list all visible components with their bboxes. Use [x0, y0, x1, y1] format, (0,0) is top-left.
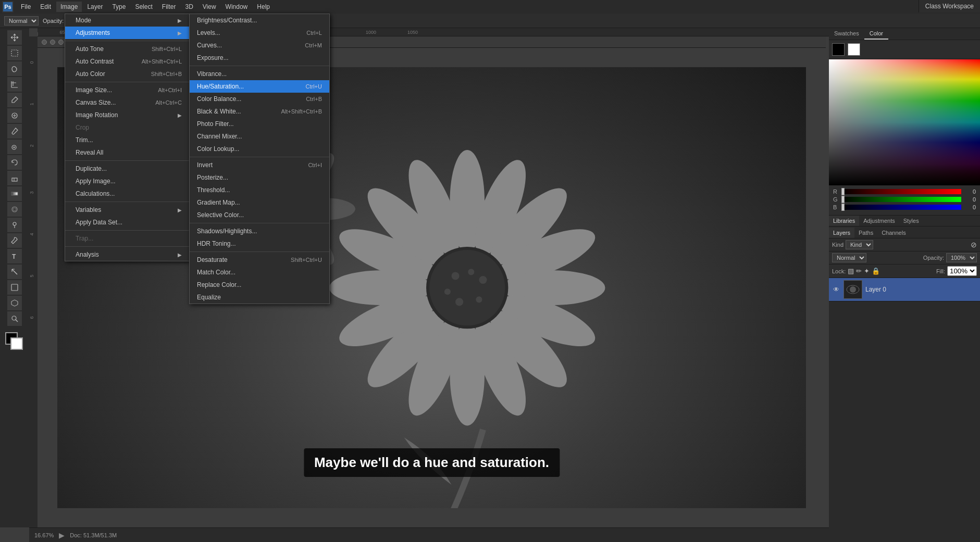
layer-visibility-toggle[interactable]: 👁 — [832, 285, 840, 294]
fg-bg-colors[interactable] — [5, 332, 24, 351]
tab-swatches[interactable]: Swatches — [829, 28, 864, 40]
menu-3d[interactable]: 3D — [181, 2, 197, 12]
menu-filter[interactable]: Filter — [158, 2, 180, 12]
bg-swatch[interactable] — [848, 43, 860, 56]
blend-mode-select[interactable]: Normal — [4, 16, 39, 26]
tool-eraser[interactable] — [7, 171, 22, 185]
adj-shadows-highlights[interactable]: Shadows/Highlights... — [190, 225, 329, 237]
tool-crop[interactable] — [7, 77, 22, 92]
tool-eyedropper[interactable] — [7, 93, 22, 107]
r-slider[interactable] — [841, 189, 961, 194]
tab-paths[interactable]: Paths — [854, 228, 877, 238]
tab-libraries[interactable]: Libraries — [829, 216, 859, 226]
adj-match-color[interactable]: Match Color... — [190, 266, 329, 279]
menu-layer[interactable]: Layer — [83, 2, 107, 12]
menu-image-rotation[interactable]: Image Rotation ▶ — [65, 109, 189, 121]
doc-max-btn[interactable] — [58, 40, 64, 45]
adj-replace-color[interactable]: Replace Color... — [190, 279, 329, 291]
adj-hdr-toning[interactable]: HDR Toning... — [190, 237, 329, 250]
adj-levels[interactable]: Levels... Ctrl+L — [190, 27, 329, 39]
menu-duplicate[interactable]: Duplicate... — [65, 162, 189, 175]
tool-lasso[interactable] — [7, 61, 22, 76]
adj-exposure[interactable]: Exposure... — [190, 52, 329, 64]
adj-channel-mixer[interactable]: Channel Mixer... — [190, 130, 329, 143]
menu-image[interactable]: Image — [56, 2, 82, 12]
menu-reveal-all[interactable]: Reveal All — [65, 146, 189, 159]
menu-auto-color[interactable]: Auto Color Shift+Ctrl+B — [65, 68, 189, 80]
menu-select[interactable]: Select — [131, 2, 156, 12]
menu-apply-image[interactable]: Apply Image... — [65, 175, 189, 187]
g-slider[interactable] — [841, 197, 961, 202]
status-arrow[interactable]: ▶ — [59, 531, 65, 539]
adj-vibrance[interactable]: Vibrance... — [190, 68, 329, 80]
tool-select-rect[interactable] — [7, 46, 22, 60]
b-slider[interactable] — [841, 205, 961, 210]
tool-gradient[interactable] — [7, 186, 22, 201]
menu-type[interactable]: Type — [108, 2, 130, 12]
lock-all-btn[interactable]: 🔒 — [872, 267, 880, 275]
menu-edit[interactable]: Edit — [36, 2, 55, 12]
adj-posterize[interactable]: Posterize... — [190, 171, 329, 184]
adj-equalize[interactable]: Equalize — [190, 291, 329, 304]
kind-select[interactable]: Kind — [846, 240, 873, 249]
tool-shape[interactable] — [7, 280, 22, 295]
filter-icon[interactable]: ⊘ — [971, 241, 977, 249]
menu-auto-tone[interactable]: Auto Tone Shift+Ctrl+L — [65, 43, 189, 55]
tool-dodge[interactable] — [7, 218, 22, 232]
menu-analysis[interactable]: Analysis ▶ — [65, 248, 189, 261]
lock-paint-btn[interactable]: ✏ — [856, 267, 862, 275]
adj-color-lookup[interactable]: Color Lookup... — [190, 143, 329, 155]
adj-color-balance[interactable]: Color Balance... Ctrl+B — [190, 93, 329, 105]
menu-file[interactable]: File — [17, 2, 35, 12]
tool-blur[interactable] — [7, 202, 22, 217]
lock-transparency-btn[interactable]: ▨ — [848, 267, 854, 275]
adj-curves[interactable]: Curves... Ctrl+M — [190, 39, 329, 52]
tool-heal[interactable] — [7, 108, 22, 123]
tool-move[interactable] — [7, 30, 22, 45]
menu-trim[interactable]: Trim... — [65, 134, 189, 146]
tab-layers[interactable]: Layers — [829, 228, 854, 238]
tool-brush[interactable] — [7, 124, 22, 138]
menu-canvas-size[interactable]: Canvas Size... Alt+Ctrl+C — [65, 96, 189, 109]
tool-history-brush[interactable] — [7, 155, 22, 170]
adj-threshold[interactable]: Threshold... — [190, 184, 329, 196]
tool-pen[interactable] — [7, 233, 22, 248]
doc-min-btn[interactable] — [50, 40, 55, 45]
adj-desaturate[interactable]: Desaturate Shift+Ctrl+U — [190, 254, 329, 266]
adj-brightness-contrast[interactable]: Brightness/Contrast... — [190, 14, 329, 27]
menu-variables[interactable]: Variables ▶ — [65, 204, 189, 216]
tool-zoom[interactable] — [7, 311, 22, 326]
tool-clone[interactable] — [7, 140, 22, 154]
adj-selective-color[interactable]: Selective Color... — [190, 209, 329, 221]
tab-channels[interactable]: Channels — [877, 228, 910, 238]
tool-path-select[interactable] — [7, 264, 22, 279]
color-spectrum[interactable] — [829, 59, 980, 185]
adj-gradient-map[interactable]: Gradient Map... — [190, 196, 329, 209]
lock-move-btn[interactable]: ✦ — [864, 267, 870, 275]
tab-styles[interactable]: Styles — [899, 216, 923, 226]
menu-help[interactable]: Help — [253, 2, 274, 12]
background-color[interactable] — [10, 337, 23, 350]
adj-photo-filter[interactable]: Photo Filter... — [190, 118, 329, 130]
adj-invert[interactable]: Invert Ctrl+I — [190, 159, 329, 171]
tool-text[interactable]: T — [7, 249, 22, 263]
menu-window[interactable]: Window — [221, 2, 252, 12]
menu-calculations[interactable]: Calculations... — [65, 187, 189, 200]
layer-fill-select[interactable]: 100% — [947, 266, 977, 276]
tab-adjustments[interactable]: Adjustments — [859, 216, 899, 226]
menu-mode[interactable]: Mode ▶ — [65, 14, 189, 27]
tool-3d[interactable] — [7, 296, 22, 310]
layer-item[interactable]: 👁 Layer 0 — [829, 278, 980, 301]
layer-opacity-select[interactable]: 100% — [946, 253, 977, 262]
menu-auto-contrast[interactable]: Auto Contrast Alt+Shift+Ctrl+L — [65, 55, 189, 68]
doc-close-btn[interactable] — [42, 40, 47, 45]
menu-view[interactable]: View — [199, 2, 220, 12]
menu-image-size[interactable]: Image Size... Alt+Ctrl+I — [65, 84, 189, 96]
tab-color[interactable]: Color — [864, 28, 888, 40]
adj-hue-saturation[interactable]: Hue/Saturation... Ctrl+U — [190, 80, 329, 93]
menu-adjustments[interactable]: Adjustments ▶ — [65, 27, 189, 39]
adj-black-white[interactable]: Black & White... Alt+Shift+Ctrl+B — [190, 105, 329, 118]
layer-blend-select[interactable]: Normal — [832, 253, 866, 262]
fg-swatch[interactable] — [832, 43, 845, 56]
menu-apply-data-set[interactable]: Apply Data Set... — [65, 216, 189, 229]
